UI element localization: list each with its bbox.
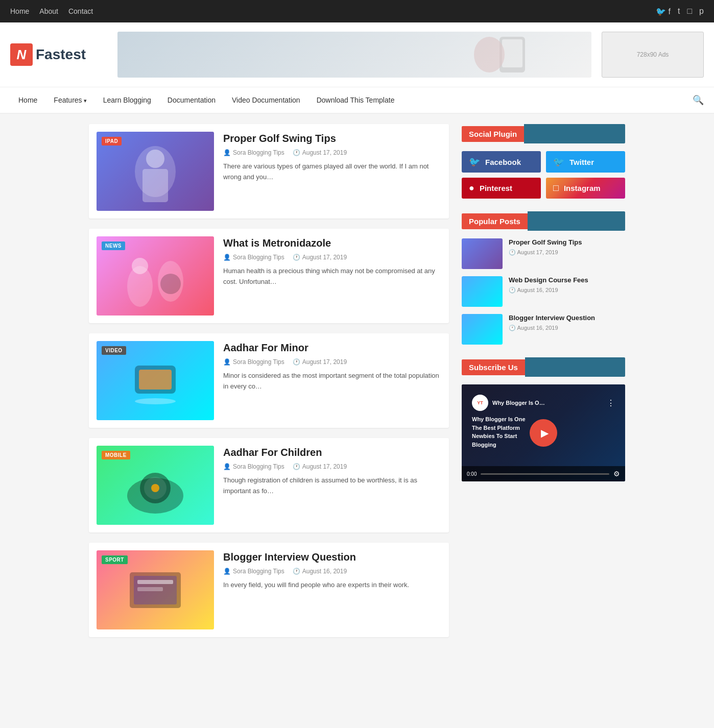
- article-card: IPAD Proper Golf Swing Tips 👤 Sora Blogg…: [89, 124, 449, 219]
- topbar-contact-link[interactable]: Contact: [68, 7, 93, 15]
- topbar-about-link[interactable]: About: [39, 7, 58, 15]
- video-progress-bar[interactable]: [481, 473, 609, 475]
- subscribe-bar: [525, 357, 625, 377]
- popular-post-info-2: Web Design Course Fees 🕐 August 16, 2019: [509, 276, 588, 294]
- twitter-icon[interactable]: t: [678, 7, 680, 16]
- main-nav-links: Home Features Learn Blogging Documentati…: [10, 89, 402, 111]
- video-options-icon[interactable]: ⋮: [607, 398, 615, 408]
- nav-download-template[interactable]: Download This Template: [308, 89, 403, 111]
- pinterest-icon[interactable]: p: [699, 7, 704, 16]
- svg-rect-20: [137, 587, 163, 591]
- page-wrap: IPAD Proper Golf Swing Tips 👤 Sora Blogg…: [81, 114, 633, 658]
- article-author-2: 👤 Sora Blogging Tips: [223, 254, 284, 261]
- article-meta-3: 👤 Sora Blogging Tips 🕐 August 17, 2019: [223, 358, 441, 366]
- nav-documentation[interactable]: Documentation: [159, 89, 224, 111]
- article-card-4: MOBILE Aadhar For Children 👤 Sora Bloggi…: [89, 438, 449, 532]
- nav-video-documentation[interactable]: Video Documentation: [224, 89, 308, 111]
- article-date-5: 🕐 August 16, 2019: [293, 568, 347, 575]
- article-date-1: 🕐 August 17, 2019: [293, 149, 347, 156]
- twitter-btn-icon: 🐦: [553, 156, 564, 167]
- svg-rect-5: [142, 169, 168, 202]
- channel-logo: YT: [472, 395, 488, 411]
- instagram-button[interactable]: □ Instagram: [546, 178, 625, 199]
- article-excerpt-4: Though registration of children is assum…: [223, 475, 441, 497]
- svg-point-7: [132, 258, 148, 274]
- popular-posts-bar: [528, 211, 625, 231]
- popular-post-date-1: 🕐 August 17, 2019: [509, 249, 582, 256]
- svg-rect-1: [502, 39, 522, 67]
- top-bar-social: 🐦 f t □ p: [656, 7, 704, 16]
- article-label-5: SPORT: [102, 555, 128, 564]
- article-meta-2: 👤 Sora Blogging Tips 🕐 August 17, 2019: [223, 254, 441, 261]
- nav-features[interactable]: Features: [45, 89, 94, 111]
- subscribe-widget: Subscribe Us YT Why Blogger Is O… ⋮ Why …: [462, 357, 625, 481]
- svg-point-9: [160, 274, 181, 294]
- svg-point-16: [151, 484, 159, 492]
- article-excerpt-1: There are various types of games played …: [223, 161, 441, 183]
- logo-icon: [10, 43, 33, 66]
- article-excerpt-2: Human health is a precious thing which m…: [223, 266, 441, 287]
- article-author-3: 👤 Sora Blogging Tips: [223, 358, 284, 366]
- article-info-5: Blogger Interview Question 👤 Sora Bloggi…: [223, 550, 441, 629]
- facebook-button[interactable]: 🐦 Facebook: [462, 151, 541, 173]
- logo-wrap: Fastest: [10, 43, 102, 66]
- subscribe-header: Subscribe Us: [462, 357, 625, 377]
- video-settings-icon[interactable]: ⚙: [613, 470, 620, 478]
- popular-posts-title: Popular Posts: [462, 213, 528, 229]
- instagram-icon[interactable]: □: [687, 7, 692, 16]
- header-ad-placeholder: 728x90 Ads: [602, 32, 704, 78]
- video-channel-name: Why Blogger Is O…: [492, 400, 545, 406]
- svg-rect-11: [139, 370, 172, 390]
- article-title-2[interactable]: What is Metronidazole: [223, 236, 441, 250]
- pinterest-btn-icon: ●: [469, 183, 474, 193]
- facebook-btn-label: Facebook: [485, 158, 521, 166]
- pinterest-btn-label: Pinterest: [480, 184, 512, 192]
- svg-point-12: [135, 398, 176, 404]
- article-author-1: 👤 Sora Blogging Tips: [223, 149, 284, 156]
- subscribe-title: Subscribe Us: [462, 359, 525, 375]
- article-card-3: VIDEO Aadhar For Minor 👤 Sora Blogging T…: [89, 333, 449, 428]
- popular-thumb-1: [462, 238, 503, 269]
- twitter-button[interactable]: 🐦 Twitter: [546, 151, 625, 173]
- article-title-4[interactable]: Aadhar For Children: [223, 446, 441, 459]
- site-header: Fastest 728x90 Ads: [0, 22, 714, 87]
- popular-post-title-1[interactable]: Proper Golf Swing Tips: [509, 238, 582, 247]
- article-info-1: Proper Golf Swing Tips 👤 Sora Blogging T…: [223, 132, 441, 211]
- popular-post-title-2[interactable]: Web Design Course Fees: [509, 276, 588, 285]
- popular-post-date-2: 🕐 August 16, 2019: [509, 287, 588, 294]
- svg-point-2: [474, 37, 505, 72]
- popular-post-title-3[interactable]: Blogger Interview Question: [509, 314, 595, 323]
- article-label-2: NEWS: [102, 241, 125, 250]
- article-title-5[interactable]: Blogger Interview Question: [223, 550, 441, 564]
- pinterest-button[interactable]: ● Pinterest: [462, 178, 541, 199]
- popular-post-item-1: Proper Golf Swing Tips 🕐 August 17, 2019: [462, 238, 625, 269]
- logo-text: Fastest: [36, 46, 86, 63]
- article-thumb-1: IPAD: [97, 132, 214, 211]
- subscribe-video[interactable]: YT Why Blogger Is O… ⋮ Why Blogger Is On…: [462, 384, 625, 481]
- facebook-icon[interactable]: 🐦 f: [656, 7, 671, 16]
- article-title-1[interactable]: Proper Golf Swing Tips: [223, 132, 441, 145]
- top-bar: Home About Contact 🐦 f t □ p: [0, 0, 714, 22]
- article-label-1: IPAD: [102, 137, 122, 145]
- social-plugin-header: Social Plugin: [462, 124, 625, 143]
- popular-thumb-2: [462, 276, 503, 307]
- article-date-4: 🕐 August 17, 2019: [293, 463, 347, 470]
- header-banner-area: 728x90 Ads: [117, 32, 704, 78]
- article-meta-4: 👤 Sora Blogging Tips 🕐 August 17, 2019: [223, 463, 441, 470]
- popular-post-date-3: 🕐 August 16, 2019: [509, 325, 595, 331]
- instagram-btn-label: Instagram: [564, 184, 601, 192]
- search-icon[interactable]: 🔍: [693, 87, 704, 113]
- nav-home[interactable]: Home: [10, 89, 45, 111]
- article-title-3[interactable]: Aadhar For Minor: [223, 341, 441, 354]
- nav-learn-blogging[interactable]: Learn Blogging: [95, 89, 159, 111]
- popular-post-info-1: Proper Golf Swing Tips 🕐 August 17, 2019: [509, 238, 582, 256]
- top-bar-nav: Home About Contact: [10, 7, 93, 15]
- article-info-2: What is Metronidazole 👤 Sora Blogging Ti…: [223, 236, 441, 316]
- article-thumb-5: SPORT: [97, 550, 214, 629]
- instagram-btn-icon: □: [553, 183, 559, 193]
- article-thumb-3: VIDEO: [97, 341, 214, 420]
- topbar-home-link[interactable]: Home: [10, 7, 29, 15]
- video-play-button[interactable]: [530, 419, 557, 447]
- popular-thumb-3: [462, 314, 503, 345]
- article-author-4: 👤 Sora Blogging Tips: [223, 463, 284, 470]
